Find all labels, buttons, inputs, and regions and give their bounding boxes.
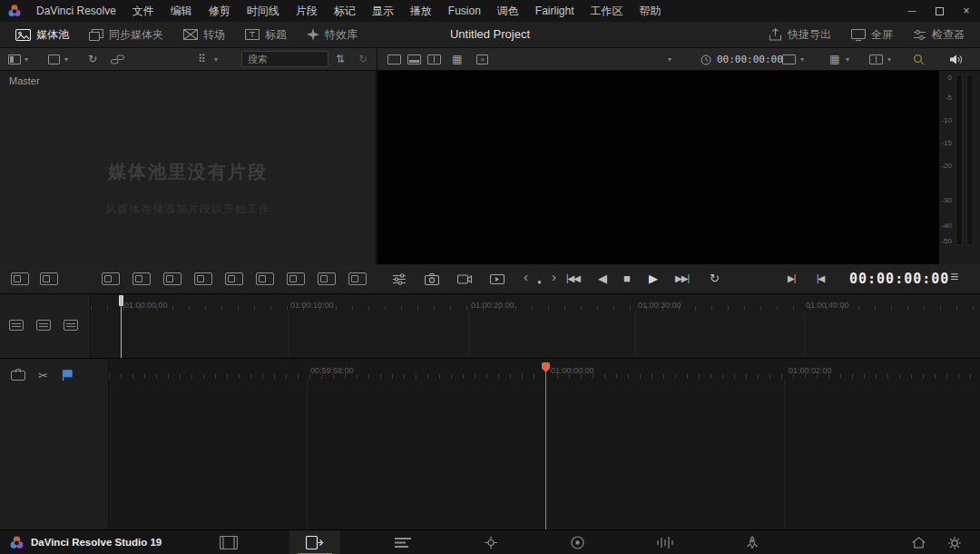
multiview-icon[interactable]: ▦ [452, 48, 462, 71]
viewer-option-chevron-icon[interactable]: ▾ [800, 48, 804, 71]
maximize-button[interactable] [926, 0, 953, 22]
fullscreen-button[interactable]: 全屏 [841, 22, 903, 47]
menu-app[interactable]: DaVinci Resolve [28, 0, 124, 22]
page-fairlight[interactable] [640, 530, 691, 554]
append-clip-icon[interactable] [132, 272, 151, 285]
loop-button[interactable]: ↻ [710, 270, 720, 288]
single-view-icon[interactable] [407, 54, 421, 64]
menu-color[interactable]: 调色 [489, 0, 527, 22]
project-settings-button[interactable] [942, 530, 967, 554]
timeline-playhead[interactable] [545, 371, 546, 529]
menu-edit[interactable]: 编辑 [162, 0, 201, 22]
razor-icon[interactable]: ✂ [38, 370, 48, 381]
menu-file[interactable]: 文件 [124, 0, 162, 22]
insert-title-icon[interactable] [318, 272, 336, 285]
snapshot-icon[interactable] [425, 273, 439, 285]
marker-icon[interactable] [61, 369, 74, 381]
dual-view-icon[interactable] [427, 54, 441, 64]
menu-workspace[interactable]: 工作区 [583, 0, 632, 22]
transitions-button[interactable]: 转场 [173, 22, 235, 47]
jump-end-button[interactable]: ▶▶| [675, 270, 689, 288]
menu-clip[interactable]: 片段 [288, 0, 326, 22]
match-in-icon[interactable]: |◀ [817, 270, 824, 288]
import-media-icon[interactable] [48, 54, 60, 64]
step-back-icon[interactable]: ‹ [524, 268, 528, 286]
source-overwrite-icon[interactable] [256, 272, 274, 285]
track-height-icon[interactable] [36, 320, 51, 331]
multicam-chevron-icon[interactable]: ▾ [846, 48, 849, 71]
import-chevron-icon[interactable]: ▾ [64, 48, 68, 71]
place-on-top-icon[interactable] [225, 272, 243, 285]
zoom-mode-icon[interactable] [869, 54, 883, 64]
search-input[interactable] [241, 51, 328, 67]
match-out-icon[interactable]: ▶| [788, 270, 795, 288]
film-view-icon[interactable] [64, 320, 78, 331]
play-reverse-button[interactable]: ◀ [598, 270, 607, 288]
offline-view-icon[interactable] [387, 54, 401, 64]
speaker-icon[interactable] [949, 54, 964, 65]
menu-mark[interactable]: 标记 [326, 0, 364, 22]
upper-timeline[interactable]: 01:00:00:00 01:00:10:00 01:00:20:00 01:0… [0, 294, 980, 359]
timeline-options-menu-icon[interactable]: ≡ [950, 269, 958, 285]
timeline-edit-icon[interactable] [11, 272, 29, 285]
panel-layout-chevron-icon[interactable]: ▾ [24, 48, 28, 71]
viewer[interactable] [377, 71, 939, 264]
step-forward-icon[interactable]: › [552, 268, 556, 286]
bin-name[interactable]: Master [0, 71, 376, 91]
relink-icon[interactable] [111, 54, 124, 64]
timeline-playhead-handle[interactable] [542, 362, 550, 372]
page-cut[interactable] [289, 530, 340, 554]
menu-trim[interactable]: 修剪 [201, 0, 239, 22]
inspector-button[interactable]: 检查器 [903, 22, 975, 47]
play-button[interactable]: ▶ [649, 270, 658, 288]
menu-timeline[interactable]: 时间线 [239, 0, 288, 22]
timeline-select-chevron-icon[interactable]: ▾ [668, 48, 671, 71]
page-fusion[interactable] [466, 530, 516, 554]
menu-playback[interactable]: 播放 [402, 0, 440, 22]
sync-bin-button[interactable]: 同步媒体夹 [79, 22, 173, 47]
transport-toolbar: ‹ ● › |◀◀ ◀ ■ ▶ ▶▶| ↻ ▶| |◀ 00:00:00:00 … [0, 264, 980, 294]
insert-effect-icon[interactable] [348, 272, 367, 285]
ripple-overwrite-icon[interactable] [163, 272, 181, 285]
page-color[interactable] [552, 530, 603, 554]
viewer-option-icon[interactable] [782, 54, 796, 64]
clip-marker-icon[interactable] [490, 273, 505, 285]
menu-help[interactable]: 帮助 [632, 0, 670, 22]
smart-insert-icon[interactable] [102, 272, 120, 285]
zoom-preset-icon[interactable] [913, 54, 925, 65]
media-pool-button[interactable]: 媒体池 [5, 22, 79, 47]
menu-fusion[interactable]: Fusion [440, 0, 489, 22]
close-up-icon[interactable] [194, 272, 212, 285]
refresh-icon[interactable]: ↻ [358, 48, 368, 71]
close-button[interactable]: × [953, 0, 980, 22]
tools-icon[interactable] [11, 371, 25, 381]
multicam-icon[interactable]: ▦ [829, 48, 839, 71]
resync-icon[interactable]: ↻ [88, 48, 97, 71]
titles-button[interactable]: 标题 [235, 22, 297, 47]
quick-export-button[interactable]: 快捷导出 [759, 22, 841, 47]
page-media[interactable] [203, 530, 254, 554]
menu-view[interactable]: 显示 [364, 0, 402, 22]
clip-edit-icon[interactable] [40, 272, 58, 285]
insert-transition-icon[interactable] [287, 272, 305, 285]
page-deliver[interactable] [727, 530, 778, 554]
sort-icon[interactable]: ⇅ [336, 48, 345, 71]
lower-timeline[interactable]: ✂ 00:59:58:00 01:00:00:00 01:00:02:00 [0, 359, 980, 529]
effects-button[interactable]: 特效库 [297, 22, 368, 47]
view-chevron-icon[interactable]: ▾ [214, 48, 218, 71]
stop-button[interactable]: ■ [623, 270, 631, 288]
safe-area-icon[interactable]: × [476, 54, 488, 64]
project-manager-button[interactable] [906, 530, 931, 554]
playhead-dot-icon[interactable]: ● [537, 273, 542, 292]
timeline-sort-icon[interactable] [9, 320, 24, 331]
menu-fairlight[interactable]: Fairlight [527, 0, 583, 22]
zoom-chevron-icon[interactable]: ▾ [887, 48, 891, 71]
panel-layout-icon[interactable] [8, 54, 21, 64]
page-edit[interactable] [377, 530, 428, 554]
camera-icon[interactable] [457, 273, 472, 285]
grid-view-icon[interactable]: ⠿ [198, 48, 206, 71]
jump-start-button[interactable]: |◀◀ [566, 270, 580, 288]
mixer-icon[interactable] [392, 273, 407, 285]
minimize-button[interactable]: ─ [898, 0, 926, 22]
upper-playhead[interactable] [121, 295, 122, 358]
